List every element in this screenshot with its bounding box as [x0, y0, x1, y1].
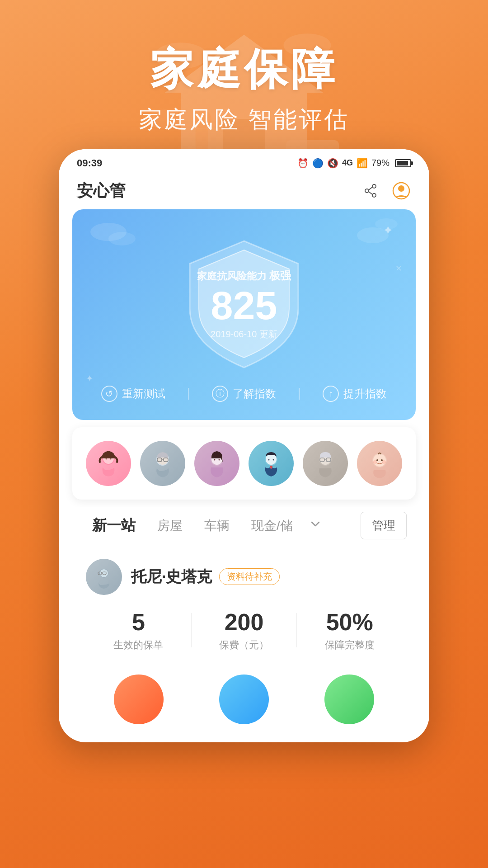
- shield-label-text: 家庭抗风险能力: [197, 270, 267, 281]
- avatar-man: [249, 441, 294, 486]
- bluetooth-icon: 🔵: [312, 158, 324, 169]
- svg-point-20: [106, 458, 107, 459]
- learn-index-button[interactable]: ⓘ 了解指数: [212, 386, 276, 402]
- score-actions: ↺ 重新测试 | ⓘ 了解指数 | ↑ 提升指数: [90, 386, 398, 402]
- stat-coverage-value: 50%: [297, 609, 402, 636]
- stat-coverage: 50% 保障完整度: [297, 609, 402, 652]
- svg-point-33: [268, 459, 270, 460]
- family-member-girl[interactable]: [86, 441, 131, 486]
- shield-level: 极强: [269, 269, 291, 281]
- stat-premium-label: 保费（元）: [192, 638, 297, 652]
- shield-label: 家庭抗风险能力 极强: [197, 268, 291, 283]
- phone-mockup: 09:39 ⏰ 🔵 🔇 4G 📶 79% 安心管: [59, 149, 429, 742]
- family-section: [72, 427, 416, 500]
- stat-policies: 5 生效的保单: [86, 609, 191, 652]
- battery-percent: 79%: [371, 158, 389, 168]
- share-button[interactable]: [361, 181, 380, 201]
- svg-point-29: [214, 459, 216, 460]
- avatar-baby: [357, 441, 402, 486]
- hero-section: 家庭保障 家庭风险 智能评估: [0, 0, 488, 136]
- user-avatar-button[interactable]: [391, 181, 411, 201]
- learn-label: 了解指数: [233, 387, 276, 401]
- profile-section: 托尼·史塔克 资料待补充 5 生效的保单 200 保费（元） 50%: [72, 545, 416, 665]
- family-member-woman[interactable]: [194, 441, 239, 486]
- stat-premium: 200 保费（元）: [192, 609, 297, 652]
- header-icons: [361, 181, 411, 201]
- tab-car[interactable]: 车辆: [193, 508, 240, 543]
- svg-point-42: [373, 454, 386, 467]
- svg-point-34: [273, 459, 274, 460]
- divider1: |: [187, 386, 190, 402]
- svg-point-21: [110, 458, 112, 459]
- svg-point-12: [365, 189, 369, 193]
- tab-manage[interactable]: 管理: [361, 512, 407, 539]
- volume-icon: 🔇: [327, 158, 338, 169]
- retest-label: 重新测试: [122, 387, 165, 401]
- signal-4g-icon: 4G: [342, 158, 353, 168]
- avatar-elderly: [303, 441, 348, 486]
- svg-point-45: [373, 460, 377, 464]
- svg-point-43: [376, 459, 378, 461]
- profile-info: 托尼·史塔克 资料待补充: [131, 566, 280, 587]
- learn-icon: ⓘ: [212, 386, 228, 402]
- family-member-elderly[interactable]: [303, 441, 348, 486]
- score-card: ✦ ✦ ✕ 家庭抗风险能力 极强: [72, 209, 416, 420]
- tab-xinyzhan[interactable]: 新一站: [81, 507, 146, 545]
- profile-stats: 5 生效的保单 200 保费（元） 50% 保障完整度: [86, 609, 402, 652]
- battery-icon: [395, 159, 411, 167]
- svg-line-15: [369, 192, 372, 194]
- shield: 家庭抗风险能力 极强 825 2019-06-10 更新: [181, 236, 307, 372]
- tab-cash[interactable]: 现金/储: [240, 508, 304, 543]
- profile-name: 托尼·史塔克: [131, 566, 212, 587]
- app-header: 安心管: [59, 173, 429, 209]
- stat-policies-value: 5: [86, 609, 191, 636]
- family-member-baby[interactable]: [357, 441, 402, 486]
- shield-date: 2019-06-10 更新: [197, 328, 291, 340]
- svg-line-14: [369, 187, 372, 190]
- svg-rect-35: [270, 466, 272, 467]
- improve-label: 提升指数: [343, 387, 387, 401]
- tab-more-dropdown[interactable]: [304, 509, 327, 542]
- bottom-circle-2: [219, 675, 269, 724]
- improve-index-button[interactable]: ↑ 提升指数: [323, 386, 387, 402]
- divider2: |: [298, 386, 301, 402]
- profile-avatar: [86, 559, 122, 595]
- avatar-girl: [86, 441, 131, 486]
- stat-policies-label: 生效的保单: [86, 638, 191, 652]
- avatar-grandpa: [140, 441, 185, 486]
- svg-point-13: [372, 193, 376, 197]
- retest-button[interactable]: ↺ 重新测试: [101, 386, 165, 402]
- svg-point-11: [372, 184, 376, 188]
- svg-point-32: [266, 454, 277, 465]
- stat-premium-value: 200: [192, 609, 297, 636]
- bottom-circle-1: [114, 675, 164, 724]
- retest-icon: ↺: [101, 386, 117, 402]
- tab-house[interactable]: 房屋: [146, 508, 193, 543]
- bottom-circles: [72, 665, 416, 733]
- hero-subtitle: 家庭风险 智能评估: [0, 104, 488, 136]
- shield-container: 家庭抗风险能力 极强 825 2019-06-10 更新: [90, 236, 398, 372]
- status-bar: 09:39 ⏰ 🔵 🔇 4G 📶 79%: [59, 149, 429, 173]
- signal-bars-icon: 📶: [357, 158, 368, 169]
- hero-title: 家庭保障: [0, 45, 488, 93]
- bottom-circle-3: [324, 675, 374, 724]
- alarm-icon: ⏰: [297, 158, 309, 169]
- profile-header: 托尼·史塔克 资料待补充: [86, 559, 402, 595]
- avatar-woman: [194, 441, 239, 486]
- family-member-man[interactable]: [249, 441, 294, 486]
- svg-point-30: [219, 459, 220, 460]
- svg-point-17: [398, 185, 404, 192]
- improve-icon: ↑: [323, 386, 339, 402]
- shield-score: 825: [197, 285, 291, 325]
- app-title: 安心管: [77, 180, 126, 202]
- family-member-grandpa[interactable]: [140, 441, 185, 486]
- status-time: 09:39: [77, 157, 102, 169]
- status-right: ⏰ 🔵 🔇 4G 📶 79%: [297, 158, 411, 169]
- phone-mockup-wrapper: 09:39 ⏰ 🔵 🔇 4G 📶 79% 安心管: [0, 149, 488, 742]
- stat-coverage-label: 保障完整度: [297, 638, 402, 652]
- profile-badge[interactable]: 资料待补充: [219, 568, 280, 585]
- svg-point-44: [381, 459, 383, 461]
- svg-point-48: [100, 569, 108, 577]
- nav-tabs: 新一站 房屋 车辆 现金/储 管理: [72, 507, 416, 545]
- svg-point-46: [382, 460, 386, 464]
